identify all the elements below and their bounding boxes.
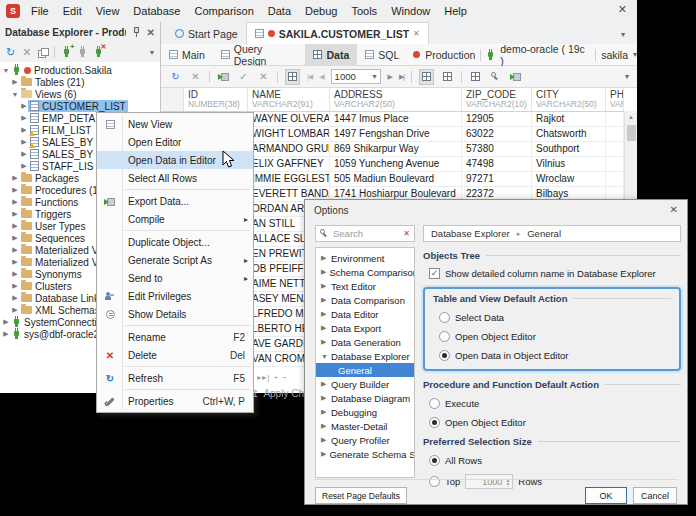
menu-comparison[interactable]: Comparison bbox=[187, 0, 260, 22]
stop-icon[interactable]: ✕ bbox=[189, 69, 202, 85]
commit-icon[interactable]: ✓ bbox=[237, 69, 250, 85]
expander-icon[interactable]: ▶ bbox=[20, 114, 28, 122]
cell[interactable] bbox=[606, 127, 624, 141]
options-tree-item-environment[interactable]: ▶Environment bbox=[316, 251, 414, 265]
cell[interactable]: 63022 bbox=[462, 127, 532, 141]
options-tree-item-data-editor[interactable]: ▶Data Editor bbox=[316, 307, 414, 321]
card-view-icon[interactable] bbox=[443, 72, 452, 81]
radio-icon[interactable] bbox=[439, 350, 450, 361]
tab-sql[interactable]: SQL bbox=[357, 44, 407, 66]
clear-search-icon[interactable]: ✕ bbox=[403, 229, 410, 238]
options-tree-item-data-generation[interactable]: ▶Data Generation bbox=[316, 335, 414, 349]
options-tree-item-generate-schema-script[interactable]: ▶Generate Schema Script bbox=[316, 447, 414, 461]
radio-open-object-editor[interactable]: Open Object Editor bbox=[439, 331, 671, 342]
context-menu-item-new-view[interactable]: New View bbox=[97, 115, 253, 133]
cell[interactable]: Southport bbox=[532, 142, 606, 156]
expander-icon[interactable]: ▶ bbox=[321, 324, 328, 332]
tab-close-icon[interactable]: ✕ bbox=[413, 29, 420, 38]
expander-icon[interactable]: ▶ bbox=[20, 162, 28, 170]
radio-icon[interactable] bbox=[429, 476, 440, 487]
tab-data[interactable]: Data bbox=[305, 44, 357, 66]
paging-icon[interactable] bbox=[288, 72, 297, 81]
page-size-combo[interactable]: 1000 ▾ bbox=[331, 69, 381, 84]
expander-icon[interactable]: ▶ bbox=[2, 318, 10, 326]
cell[interactable]: 505 Madiun Boulevard bbox=[330, 172, 462, 186]
reset-page-defaults-button[interactable]: Reset Page Defaults bbox=[315, 487, 407, 504]
find-icon[interactable] bbox=[491, 72, 500, 81]
export-data-icon[interactable] bbox=[511, 72, 521, 81]
cell[interactable]: 57380 bbox=[462, 142, 532, 156]
cell[interactable]: Chatsworth bbox=[532, 127, 606, 141]
last-page-icon[interactable]: ▶| bbox=[399, 73, 404, 81]
expander-icon[interactable]: ▶ bbox=[20, 102, 28, 110]
expander-icon[interactable]: ▶ bbox=[11, 198, 19, 206]
checkbox-icon[interactable]: ✓ bbox=[429, 268, 440, 279]
menu-debug[interactable]: Debug bbox=[298, 0, 344, 22]
context-menu-item-rename[interactable]: RenameF2 bbox=[97, 328, 253, 346]
context-menu-item-show-details[interactable]: Show Details bbox=[97, 305, 253, 323]
cell[interactable]: 47498 bbox=[462, 157, 532, 171]
refresh-icon[interactable]: ↻ bbox=[169, 69, 182, 85]
radio-open-object-editor[interactable]: Open Object Editor bbox=[429, 417, 681, 428]
options-search-input[interactable]: Search ✕ bbox=[315, 225, 415, 242]
cell[interactable]: Wroclaw bbox=[532, 172, 606, 186]
menu-help[interactable]: Help bbox=[437, 0, 474, 22]
menu-edit[interactable]: Edit bbox=[56, 0, 89, 22]
expander-icon[interactable]: ▶ bbox=[11, 258, 19, 266]
context-menu-item-edit-privileges[interactable]: Edit Privileges bbox=[97, 287, 253, 305]
menu-window[interactable]: Window bbox=[384, 0, 437, 22]
context-menu-item-generate-script-as[interactable]: Generate Script As▸ bbox=[97, 251, 253, 269]
expander-icon[interactable]: ▶ bbox=[11, 234, 19, 242]
cell[interactable]: WAYNE OLVERA bbox=[248, 112, 330, 126]
cancel-button[interactable]: Cancel bbox=[633, 487, 677, 504]
expander-icon[interactable]: ▶ bbox=[321, 380, 328, 388]
show-detailed-column-checkbox[interactable]: ✓ Show detailed column name in Database … bbox=[429, 268, 681, 279]
cell[interactable]: ELIX GAFFNEY bbox=[248, 157, 330, 171]
radio-select-data[interactable]: Select Data bbox=[439, 312, 671, 323]
tree-item-views-6-[interactable]: ▼Views (6) bbox=[0, 88, 160, 100]
menu-file[interactable]: File bbox=[24, 0, 56, 22]
expander-icon[interactable]: ▶ bbox=[11, 294, 19, 302]
connection-selector[interactable]: demo-oracle ( 19c ) bbox=[500, 43, 590, 67]
apply-changes-button[interactable]: ↥ Apply Cha bbox=[251, 388, 310, 399]
options-tree-item-database-explorer[interactable]: ▼Database Explorer bbox=[316, 349, 414, 363]
cell[interactable]: ARMANDO GRUBER bbox=[248, 142, 330, 156]
expander-icon[interactable]: ▶ bbox=[11, 306, 19, 314]
cell[interactable]: 869 Shikarpur Way bbox=[330, 142, 462, 156]
radio-icon[interactable] bbox=[429, 417, 440, 428]
options-tree-item-data-comparison[interactable]: ▶Data Comparison bbox=[316, 293, 414, 307]
expander-icon[interactable]: ▶ bbox=[321, 422, 328, 430]
column-header-address[interactable]: ADDRESSVARCHAR2(50) bbox=[330, 88, 462, 111]
options-tree-item-schema-comparison[interactable]: ▶Schema Comparison bbox=[316, 265, 414, 279]
context-menu-item-compile[interactable]: Compile▸ bbox=[97, 210, 253, 228]
menu-database[interactable]: Database bbox=[126, 0, 187, 22]
context-menu-item-open-data-in-editor[interactable]: Open Data in Editor bbox=[97, 151, 253, 169]
menu-view[interactable]: View bbox=[89, 0, 127, 22]
column-header-phon[interactable]: PHONVARC bbox=[606, 88, 624, 111]
row-selector-header[interactable] bbox=[161, 88, 184, 111]
expander-icon[interactable]: ▶ bbox=[321, 310, 328, 318]
options-tree-item-general[interactable]: General bbox=[316, 363, 414, 377]
cell[interactable] bbox=[606, 157, 624, 171]
cell[interactable]: 1447 Imus Place bbox=[330, 112, 462, 126]
expander-icon[interactable]: ▼ bbox=[321, 353, 328, 360]
tab-query-design[interactable]: Query Design bbox=[213, 44, 306, 66]
tree-item-production-sakila[interactable]: ▼Production.Sakila bbox=[0, 64, 160, 76]
context-menu-item-select-all-rows[interactable]: Select All Rows bbox=[97, 169, 253, 187]
context-menu-item-delete[interactable]: ✕DeleteDel bbox=[97, 346, 253, 364]
options-tree-item-master-detail[interactable]: ▶Master-Detail bbox=[316, 419, 414, 433]
scrollbar-thumb[interactable] bbox=[627, 125, 636, 141]
options-tree-item-text-editor[interactable]: ▶Text Editor bbox=[316, 279, 414, 293]
context-menu-item-refresh[interactable]: ↻RefreshF5 bbox=[97, 369, 253, 387]
radio-open-data-in-object-editor[interactable]: Open Data in Object Editor bbox=[439, 350, 671, 361]
context-menu-item-send-to[interactable]: Send to▸ bbox=[97, 269, 253, 287]
column-header-id[interactable]: IDNUMBER(38) bbox=[184, 88, 248, 111]
expander-icon[interactable]: ▶ bbox=[20, 138, 28, 146]
expander-icon[interactable]: ▶ bbox=[321, 282, 328, 290]
cell[interactable]: 1497 Fengshan Drive bbox=[330, 127, 462, 141]
environment-selector[interactable]: Production bbox=[425, 49, 475, 61]
tree-item-tables-21-[interactable]: ▶Tables (21) bbox=[0, 76, 160, 88]
toolbar-overflow-icon[interactable]: ▾ bbox=[625, 72, 629, 81]
window-close-button[interactable]: ✕ bbox=[618, 3, 627, 16]
expander-icon[interactable]: ▶ bbox=[11, 282, 19, 290]
